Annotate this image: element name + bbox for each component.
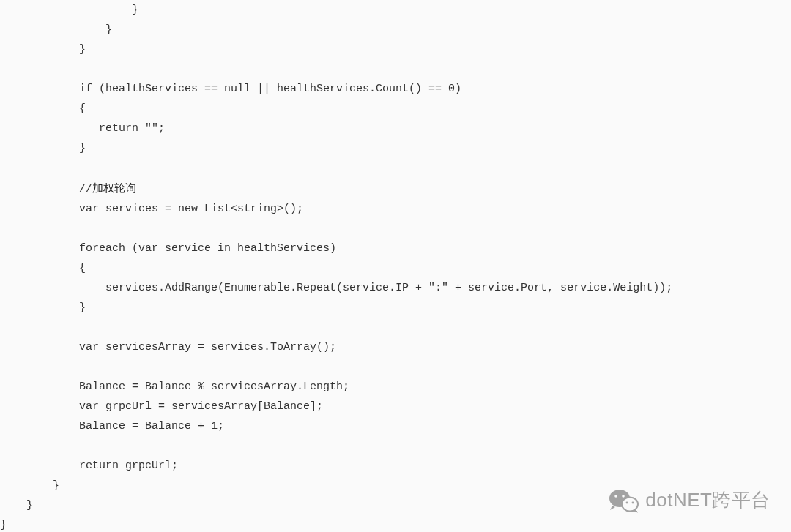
code-line: var services = new List<string>();	[0, 203, 303, 215]
code-line: Balance = Balance + 1;	[0, 420, 224, 432]
code-line: }	[0, 301, 86, 314]
code-line: {	[0, 262, 86, 274]
code-line: }	[0, 43, 86, 56]
code-line: }	[0, 142, 86, 154]
code-line: }	[0, 23, 112, 36]
code-line: return "";	[0, 122, 165, 135]
code-line: //	[0, 183, 92, 195]
code-line: foreach (var service in healthServices)	[0, 242, 336, 255]
code-line: return grpcUrl;	[0, 460, 178, 472]
code-line: }	[0, 519, 7, 531]
code-block: } } } if (healthServices == null || heal…	[0, 0, 791, 532]
code-line: }	[0, 479, 59, 492]
code-line: if (healthServices == null || healthServ…	[0, 83, 461, 95]
code-line: }	[0, 499, 33, 512]
code-line: }	[0, 4, 138, 16]
code-line: Balance = Balance % servicesArray.Length…	[0, 381, 349, 393]
code-line: {	[0, 102, 86, 115]
code-line: services.AddRange(Enumerable.Repeat(serv…	[0, 282, 672, 294]
code-comment: 加权轮询	[92, 181, 136, 194]
code-line: var grpcUrl = servicesArray[Balance];	[0, 400, 323, 413]
code-line: var servicesArray = services.ToArray();	[0, 341, 336, 353]
